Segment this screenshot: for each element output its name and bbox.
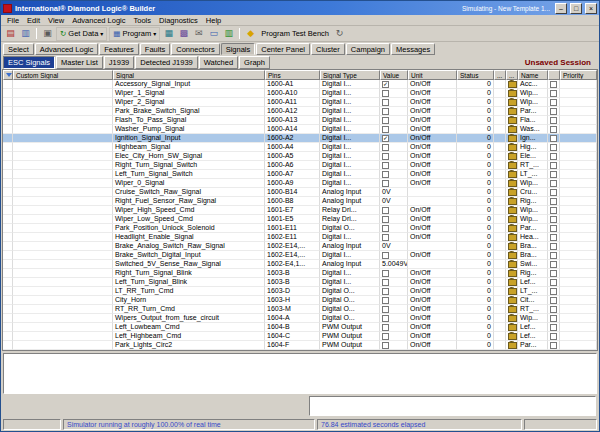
subtab-master-list[interactable]: Master List bbox=[56, 56, 103, 69]
row-checkbox[interactable] bbox=[550, 144, 557, 151]
row-checkbox[interactable] bbox=[550, 252, 557, 259]
table-row[interactable]: Park_Brake_Switch_Signal1600-A12Digital … bbox=[3, 107, 597, 116]
menu-help[interactable]: Help bbox=[202, 16, 225, 25]
tab-advanced-logic[interactable]: Advanced Logic bbox=[35, 43, 98, 55]
value-checkbox[interactable] bbox=[382, 81, 389, 88]
value-checkbox[interactable] bbox=[382, 171, 389, 178]
table-row[interactable]: City_Horn1603-HDigital O...On/Off0Cit... bbox=[3, 296, 597, 305]
value-checkbox[interactable] bbox=[382, 117, 389, 124]
row-checkbox[interactable] bbox=[550, 180, 557, 187]
value-checkbox[interactable] bbox=[382, 144, 389, 151]
tab-messages[interactable]: Messages bbox=[391, 43, 435, 55]
table-row[interactable]: RT_RR_Turn_Cmd1603-MDigital O...On/Off0R… bbox=[3, 305, 597, 314]
print-icon[interactable]: ▣ bbox=[41, 27, 54, 40]
row-checkbox[interactable] bbox=[550, 324, 557, 331]
value-checkbox[interactable] bbox=[382, 270, 389, 277]
minimize-button[interactable]: – bbox=[555, 3, 567, 14]
table-row[interactable]: Left_Turn_Signal_Switch1600-A7Digital I.… bbox=[3, 170, 597, 179]
get-data-button[interactable]: ↻ Get Data ▾ bbox=[56, 27, 107, 41]
table-row[interactable]: Park_Position_Unlock_Solenoid1601-E11Dig… bbox=[3, 224, 597, 233]
table-row[interactable]: Brake_Analog_Switch_Raw_Signal1602-E14,.… bbox=[3, 242, 597, 251]
row-checkbox[interactable] bbox=[550, 153, 557, 160]
tab-campaign[interactable]: Campaign bbox=[346, 43, 390, 55]
menu-view[interactable]: View bbox=[44, 16, 68, 25]
chart-icon[interactable]: ▥ bbox=[222, 27, 235, 40]
tab-cluster[interactable]: Cluster bbox=[311, 43, 345, 55]
value-checkbox[interactable] bbox=[382, 225, 389, 232]
subtab-detected-j1939[interactable]: Detected J1939 bbox=[135, 56, 198, 69]
value-checkbox[interactable] bbox=[382, 279, 389, 286]
row-checkbox[interactable] bbox=[550, 99, 557, 106]
table-row[interactable]: Elec_City_Horn_SW_Signal1600-A5Digital I… bbox=[3, 152, 597, 161]
value-checkbox[interactable] bbox=[382, 306, 389, 313]
subtab-graph[interactable]: Graph bbox=[239, 56, 270, 69]
column-header-dots-1[interactable]: ... bbox=[494, 70, 506, 80]
table-row[interactable]: Wiper_High_Speed_Cmd1601-E7Relay Dri...O… bbox=[3, 206, 597, 215]
table-row[interactable]: Flash_To_Pass_Signal1600-A13Digital I...… bbox=[3, 116, 597, 125]
table-row[interactable]: Brake_Switch_Digital_Input1602-E14,...Di… bbox=[3, 251, 597, 260]
row-checkbox[interactable] bbox=[550, 126, 557, 133]
column-header-status[interactable]: Status bbox=[457, 70, 494, 80]
value-checkbox[interactable] bbox=[382, 126, 389, 133]
table-row[interactable]: Park_Lights_Circ21604-FPWM OutputOn/Off0… bbox=[3, 341, 597, 350]
column-header-signal-type[interactable]: Signal Type bbox=[320, 70, 380, 80]
value-checkbox[interactable] bbox=[382, 333, 389, 340]
open-vehicle-icon[interactable]: ▤ bbox=[4, 27, 17, 40]
tab-connectors[interactable]: Connectors bbox=[171, 43, 219, 55]
column-header-pins[interactable]: Pins bbox=[265, 70, 320, 80]
column-header-dots-2[interactable]: ... bbox=[506, 70, 518, 80]
row-checkbox[interactable] bbox=[550, 270, 557, 277]
row-checkbox[interactable] bbox=[550, 216, 557, 223]
tab-faults[interactable]: Faults bbox=[140, 43, 170, 55]
value-checkbox[interactable] bbox=[382, 288, 389, 295]
maximize-button[interactable]: □ bbox=[570, 3, 582, 14]
table-row[interactable]: Ignition_Signal_Input1600-A2Digital I...… bbox=[3, 134, 597, 143]
value-checkbox[interactable] bbox=[382, 108, 389, 115]
table-row[interactable]: Left_Lowbeam_Cmd1604-BPWM OutputOn/Off0L… bbox=[3, 323, 597, 332]
table-row[interactable]: Wiper_0_Signal1600-A9Digital I...On/Off0… bbox=[3, 179, 597, 188]
column-header-unit[interactable]: Unit bbox=[408, 70, 457, 80]
table-row[interactable]: Wiper_1_Signal1600-A10Digital I...On/Off… bbox=[3, 89, 597, 98]
table-row[interactable]: Switched_5V_Sense_Raw_Signal1602-E4,1...… bbox=[3, 260, 597, 269]
menu-tools[interactable]: Tools bbox=[130, 16, 156, 25]
subtab-esc-signals[interactable]: ESC Signals bbox=[3, 56, 55, 69]
value-checkbox[interactable] bbox=[382, 162, 389, 169]
row-checkbox[interactable] bbox=[550, 315, 557, 322]
table-row[interactable]: Left_Turn_Signal_Blink1603-BDigital I...… bbox=[3, 278, 597, 287]
table-row[interactable]: Right_Fuel_Sensor_Raw_Signal1600-B8Analo… bbox=[3, 197, 597, 206]
table-row[interactable]: LT_RR_Turn_Cmd1603-DDigital O...On/Off0L… bbox=[3, 287, 597, 296]
program-button[interactable]: ▦ Program ▾ bbox=[109, 27, 160, 41]
row-checkbox[interactable] bbox=[550, 117, 557, 124]
table-row[interactable]: Highbeam_Signal1600-A4Digital I...On/Off… bbox=[3, 143, 597, 152]
row-checkbox[interactable] bbox=[550, 279, 557, 286]
filter-icon[interactable] bbox=[6, 73, 12, 77]
test-bench-icon[interactable]: ◆ bbox=[244, 27, 257, 40]
row-checkbox[interactable] bbox=[550, 90, 557, 97]
value-checkbox[interactable] bbox=[382, 342, 389, 349]
row-checkbox[interactable] bbox=[550, 342, 557, 349]
row-checkbox[interactable] bbox=[550, 333, 557, 340]
save-session-icon[interactable]: ▥ bbox=[19, 27, 32, 40]
value-checkbox[interactable] bbox=[382, 153, 389, 160]
value-checkbox[interactable] bbox=[382, 99, 389, 106]
row-checkbox[interactable] bbox=[550, 189, 557, 196]
table-row[interactable]: Accessory_Signal_Input1600-A1Digital I..… bbox=[3, 80, 597, 89]
value-checkbox[interactable] bbox=[382, 252, 389, 259]
grid-view-icon[interactable]: ▦ bbox=[162, 27, 175, 40]
column-header-signal[interactable]: Signal bbox=[113, 70, 265, 80]
row-checkbox[interactable] bbox=[550, 81, 557, 88]
menu-file[interactable]: File bbox=[3, 16, 23, 25]
value-checkbox[interactable] bbox=[382, 297, 389, 304]
row-checkbox[interactable] bbox=[550, 243, 557, 250]
subtab-j1939[interactable]: J1939 bbox=[104, 56, 134, 69]
monitor-icon[interactable]: ▭ bbox=[207, 27, 220, 40]
subtab-watched[interactable]: Watched bbox=[199, 56, 238, 69]
menu-advanced-logic[interactable]: Advanced Logic bbox=[68, 16, 129, 25]
value-checkbox[interactable] bbox=[382, 315, 389, 322]
program-test-bench-label[interactable]: Program Test Bench bbox=[259, 29, 331, 38]
row-checkbox[interactable] bbox=[550, 171, 557, 178]
row-checkbox[interactable] bbox=[550, 198, 557, 205]
row-checkbox[interactable] bbox=[550, 234, 557, 241]
table-row[interactable]: Wiper_Low_Speed_Cmd1601-E5Relay Dri...On… bbox=[3, 215, 597, 224]
close-button[interactable]: × bbox=[585, 3, 597, 14]
